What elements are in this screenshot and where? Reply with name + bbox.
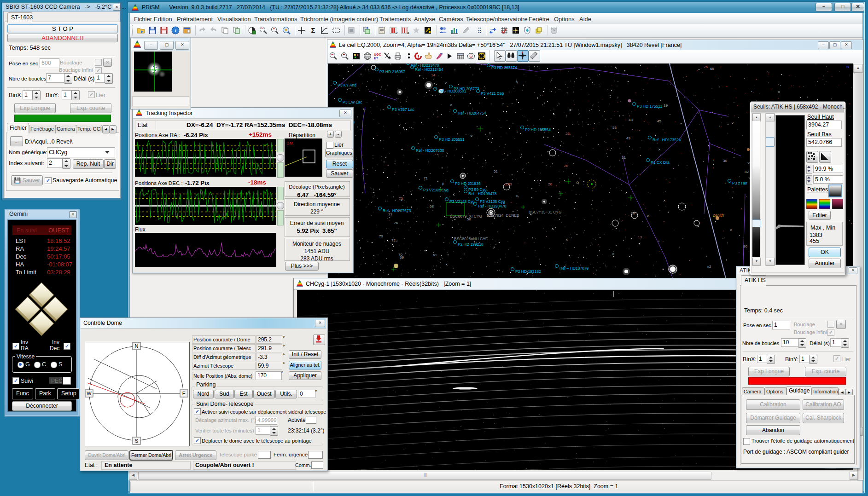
svg-text:51: 51 [494, 169, 498, 173]
svg-text:26: 26 [704, 65, 708, 69]
svg-text:×: × [515, 194, 518, 198]
svg-text:31: 31 [622, 156, 626, 160]
svg-text:Zenith: Zenith [713, 213, 724, 218]
svg-text:P2 HD 199218: P2 HD 199218 [458, 242, 484, 247]
svg-text:×: × [445, 262, 448, 267]
svg-text:P3 V2163 Cyg: P3 V2163 Cyg [423, 188, 449, 192]
svg-text:Ref – HD187879: Ref – HD187879 [559, 266, 589, 271]
svg-text:53: 53 [612, 126, 617, 130]
svg-text:48: 48 [629, 118, 633, 122]
svg-text:⁺: ⁺ [273, 27, 275, 32]
svg-text:P3 HD 203374: P3 HD 203374 [491, 65, 517, 70]
svg-text:P3 HD 205551: P3 HD 205551 [439, 137, 465, 142]
svg-text:P2 HD 195554: P2 HD 195554 [525, 127, 551, 132]
svg-text:⁻: ⁻ [262, 27, 264, 32]
svg-text:Ref - HD212454: Ref - HD212454 [415, 67, 443, 72]
svg-text:E: E [182, 391, 186, 396]
svg-text:UGC: UGC [374, 53, 381, 56]
svg-text:82: 82 [745, 170, 749, 174]
svg-text:Σ: Σ [311, 26, 315, 34]
svg-text:P3 HD 175511: P3 HD 175511 [637, 104, 662, 109]
svg-text:90: 90 [743, 244, 747, 248]
svg-text:49: 49 [626, 136, 630, 140]
svg-text:P2 HD 201836: P2 HD 201836 [455, 181, 481, 186]
svg-text:2: 2 [396, 31, 398, 35]
svg-text:Ref - HD204754: Ref - HD204754 [458, 111, 486, 115]
svg-text:7: 7 [712, 158, 715, 162]
svg-text:Ref - HD173524: Ref - HD173524 [652, 138, 681, 142]
svg-text:×: × [778, 90, 780, 94]
svg-text:p: p [442, 181, 444, 185]
svg-text:×: × [731, 121, 734, 126]
svg-text:Ω: Ω [576, 181, 579, 185]
svg-text:κ2: κ2 [707, 265, 711, 269]
svg-text:Ref - HD207673: Ref - HD207673 [383, 208, 411, 213]
svg-text:Ref - HD207330: Ref - HD207330 [416, 148, 444, 153]
svg-text:⁻: ⁻ [332, 53, 334, 58]
svg-text:P3 z Her: P3 z Her [732, 181, 747, 185]
svg-text:79: 79 [379, 234, 383, 238]
svg-text:×: × [612, 252, 614, 256]
svg-text:P3 V421 Cep: P3 V421 Cep [481, 91, 504, 96]
svg-text:65: 65 [710, 67, 714, 71]
svg-text:75: 75 [399, 196, 403, 201]
svg-text:Ref - HD199478: Ref - HD199478 [468, 191, 497, 196]
svg-text:45: 45 [657, 119, 661, 123]
svg-text:68: 68 [430, 204, 434, 208]
svg-text:P3 HD 216057: P3 HD 216057 [379, 69, 405, 74]
svg-text:ω2: ω2 [504, 182, 509, 186]
svg-text:56: 56 [467, 217, 471, 221]
svg-text:13: 13 [638, 235, 642, 239]
svg-text:14: 14 [431, 73, 435, 77]
svg-text:P3 V2148 Cyg: P3 V2148 Cyg [449, 199, 475, 204]
svg-text:P3 KY And: P3 KY And [338, 83, 356, 87]
svg-text:×: × [663, 198, 665, 203]
svg-text:×: × [565, 237, 568, 242]
svg-text:16: 16 [631, 211, 635, 215]
svg-text:k?: k? [374, 56, 378, 60]
svg-text:BSC8079=XI CYG: BSC8079=XI CYG [450, 214, 482, 219]
svg-text:×: × [444, 81, 447, 86]
svg-text:39: 39 [664, 104, 668, 108]
svg-text:P3 HD 206773: P3 HD 206773 [454, 87, 479, 91]
svg-text:3: 3 [407, 31, 409, 35]
svg-text:N: N [135, 343, 139, 349]
svg-text:P1 CX Dra: P1 CX Dra [651, 160, 670, 165]
svg-text:61: 61 [433, 253, 437, 257]
svg-text:W: W [87, 391, 92, 396]
svg-text:×: × [450, 103, 452, 107]
svg-text:P3 V357 Lac: P3 V357 Lac [392, 107, 414, 112]
svg-text:×: × [569, 108, 571, 113]
svg-text:20: 20 [564, 164, 568, 168]
svg-text:71: 71 [424, 176, 428, 180]
svg-text:Bar.: Bar. [286, 141, 294, 145]
svg-text:×: × [515, 80, 518, 84]
svg-text:23.: 23. [565, 132, 571, 136]
svg-text:×: × [647, 214, 649, 219]
svg-text:30: 30 [723, 159, 727, 163]
svg-text:N: N [846, 65, 849, 69]
svg-text:BSC8028=NU CYG: BSC8028=NU CYG [454, 236, 488, 241]
svg-text:P3 EW Lac: P3 EW Lac [343, 100, 362, 104]
svg-text:26: 26 [548, 182, 552, 186]
svg-text:×: × [729, 228, 732, 232]
svg-text:S: S [135, 438, 138, 444]
svg-text:P2 HD 193182: P2 HD 193182 [515, 269, 541, 274]
svg-text:×: × [470, 134, 472, 138]
svg-text:P3 V2136 Cyg: P3 V2136 Cyg [480, 199, 505, 204]
svg-text:×: × [658, 147, 660, 152]
svg-text:74: 74 [394, 221, 398, 225]
svg-text:69: 69 [400, 255, 404, 260]
svg-text:77: 77 [388, 213, 392, 217]
svg-text:Ref - HD198478: Ref - HD198478 [478, 204, 507, 208]
svg-text:BSC7924=DENEB: BSC7924=DENEB [487, 213, 519, 218]
svg-text:⁺: ⁺ [343, 53, 345, 58]
svg-text:BSC7735=31 CYG: BSC7735=31 CYG [529, 210, 562, 214]
svg-text:72: 72 [391, 238, 396, 242]
